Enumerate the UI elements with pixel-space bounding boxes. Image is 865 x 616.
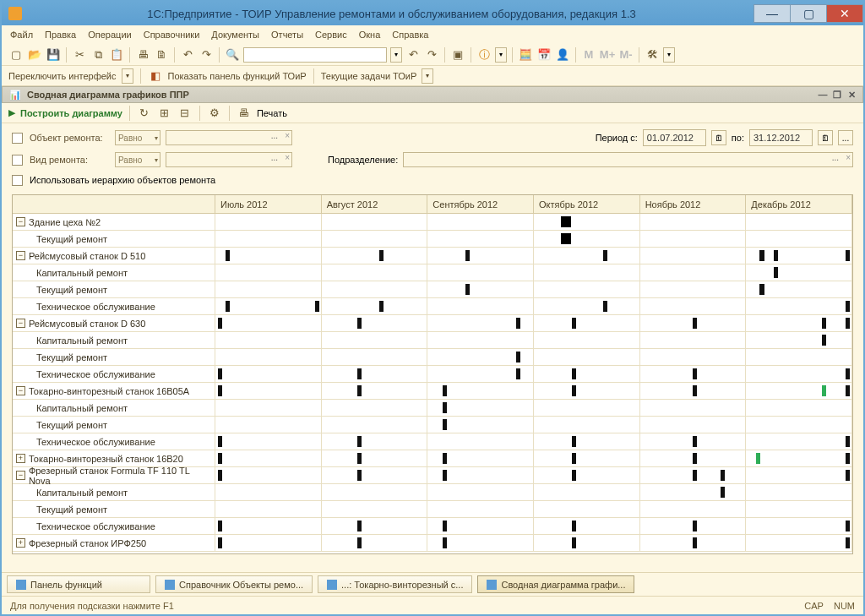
gantt-bar[interactable] xyxy=(846,436,850,447)
cut-icon[interactable]: ✂ xyxy=(72,47,87,63)
panel-icon[interactable]: ◧ xyxy=(148,68,163,84)
row-name-cell[interactable]: Текущий ремонт xyxy=(13,281,215,298)
gantt-bar[interactable] xyxy=(572,385,576,396)
redo-icon[interactable]: ↷ xyxy=(199,47,214,63)
gantt-bar[interactable] xyxy=(759,250,764,261)
gantt-bar[interactable] xyxy=(846,250,850,261)
info-dd[interactable]: ▾ xyxy=(495,47,507,63)
row-name-cell[interactable]: −Токарно-винторезный станок 16В05А xyxy=(13,383,215,400)
switch-iface-dd[interactable]: ▾ xyxy=(122,68,133,84)
gantt-bar[interactable] xyxy=(443,521,447,532)
nav-fwd-icon[interactable]: ↷ xyxy=(424,47,439,63)
sub-restore-icon[interactable]: ❐ xyxy=(831,89,843,101)
column-header-month[interactable]: Октябрь 2012 xyxy=(534,195,640,214)
row-name-cell[interactable]: −Рейсмусовый станок D 510 xyxy=(13,248,215,264)
gantt-bar[interactable] xyxy=(774,250,778,261)
close-button[interactable]: ✕ xyxy=(826,4,863,23)
undo-icon[interactable]: ↶ xyxy=(180,47,195,63)
gantt-bar[interactable] xyxy=(721,470,725,481)
gantt-bar[interactable] xyxy=(218,436,222,447)
row-name-cell[interactable]: Текущий ремонт xyxy=(13,501,215,518)
search-icon[interactable]: 🔍 xyxy=(225,47,240,63)
menu-file[interactable]: Файл xyxy=(10,30,33,40)
save-icon[interactable]: 💾 xyxy=(46,47,61,63)
gantt-bar[interactable] xyxy=(822,318,826,329)
menu-reports[interactable]: Отчеты xyxy=(271,30,303,40)
hierarchy-checkbox[interactable] xyxy=(12,175,23,186)
gantt-bar[interactable] xyxy=(693,453,697,464)
user-icon[interactable]: 👤 xyxy=(555,47,570,63)
gantt-bar[interactable] xyxy=(218,470,222,481)
gantt-bar[interactable] xyxy=(561,233,571,244)
gantt-bar[interactable] xyxy=(572,521,576,532)
gantt-bar[interactable] xyxy=(379,250,384,261)
row-name-cell[interactable]: Текущий ремонт xyxy=(13,231,215,248)
menu-operations[interactable]: Операции xyxy=(88,30,131,40)
gantt-bar[interactable] xyxy=(218,453,222,464)
gantt-bar[interactable] xyxy=(357,470,362,481)
gantt-bar[interactable] xyxy=(516,318,520,329)
tools-dd[interactable]: ▾ xyxy=(663,47,675,63)
search-dropdown[interactable]: ▾ xyxy=(390,47,402,63)
gantt-bar[interactable] xyxy=(357,521,362,532)
gantt-bar[interactable] xyxy=(379,301,384,312)
gantt-bar[interactable] xyxy=(572,318,576,329)
row-name-cell[interactable]: Капитальный ремонт xyxy=(13,332,215,349)
tab-summary-diagram[interactable]: Сводная диаграмма графи... xyxy=(477,575,634,593)
row-name-cell[interactable]: −Фрезерный станок Formula TF 110 TL Nova xyxy=(13,467,215,484)
column-header-month[interactable]: Сентябрь 2012 xyxy=(427,195,534,214)
gantt-bar[interactable] xyxy=(357,436,362,447)
gantt-bar[interactable] xyxy=(721,487,725,498)
gantt-bar[interactable] xyxy=(603,301,607,312)
gantt-bar[interactable] xyxy=(759,284,764,295)
windows-icon[interactable]: ▣ xyxy=(450,47,465,63)
object-input[interactable]: ...× xyxy=(166,130,292,145)
gantt-bar[interactable] xyxy=(572,537,576,548)
object-checkbox[interactable] xyxy=(12,133,23,144)
column-header-month[interactable]: Июль 2012 xyxy=(215,195,322,214)
row-name-cell[interactable]: −Рейсмусовый станок D 630 xyxy=(13,315,215,332)
subdivision-input[interactable]: ...× xyxy=(403,152,853,167)
new-icon[interactable]: ▢ xyxy=(8,47,24,63)
gantt-bar[interactable] xyxy=(357,537,362,548)
gantt-bar[interactable] xyxy=(693,385,697,396)
gantt-bar[interactable] xyxy=(603,250,607,261)
period-from-cal-icon[interactable]: 🗓 xyxy=(711,130,726,145)
row-name-cell[interactable]: +Фрезерный станок ИРФ250 xyxy=(13,535,215,552)
period-to-input[interactable]: 31.12.2012 xyxy=(749,129,813,146)
period-to-cal-icon[interactable]: 🗓 xyxy=(818,130,833,145)
column-header-month[interactable]: Август 2012 xyxy=(322,195,428,214)
gantt-bar[interactable] xyxy=(693,521,697,532)
row-name-cell[interactable]: Техническое обслуживание xyxy=(13,433,215,450)
calendar-icon[interactable]: 📅 xyxy=(536,47,552,63)
gantt-bar[interactable] xyxy=(822,385,826,396)
collapse-icon[interactable]: − xyxy=(16,471,25,480)
gantt-bar[interactable] xyxy=(443,385,447,396)
sub-close-icon[interactable]: ✕ xyxy=(846,89,857,101)
gantt-bar[interactable] xyxy=(443,419,447,430)
gantt-bar[interactable] xyxy=(516,352,520,363)
gantt-bar[interactable] xyxy=(218,368,222,379)
mminus-icon[interactable]: M- xyxy=(618,47,634,63)
object-op-combo[interactable]: Равно xyxy=(115,130,160,145)
tab-catalog-objects[interactable]: Справочник Объекты ремо... xyxy=(155,575,313,593)
collapse-icon[interactable]: − xyxy=(16,251,25,260)
gantt-bar[interactable] xyxy=(561,216,571,227)
gantt-bar[interactable] xyxy=(693,436,697,447)
period-from-input[interactable]: 01.07.2012 xyxy=(643,129,706,146)
gantt-bar[interactable] xyxy=(357,318,362,329)
gantt-bar[interactable] xyxy=(226,250,230,261)
gantt-bar[interactable] xyxy=(572,368,576,379)
row-name-cell[interactable]: Капитальный ремонт xyxy=(13,264,215,281)
gantt-bar[interactable] xyxy=(693,470,697,481)
collapse-icon[interactable]: − xyxy=(16,386,25,395)
print-button[interactable]: Печать xyxy=(257,108,287,118)
menu-windows[interactable]: Окна xyxy=(359,30,381,40)
expand-icon[interactable]: ⊞ xyxy=(157,106,172,121)
gantt-bar[interactable] xyxy=(465,284,470,295)
menu-documents[interactable]: Документы xyxy=(211,30,259,40)
switch-interface-button[interactable]: Переключить интерфейс xyxy=(8,71,117,81)
gantt-bar[interactable] xyxy=(846,521,850,532)
info-icon[interactable]: ⓘ xyxy=(476,47,492,63)
gantt-bar[interactable] xyxy=(846,385,850,396)
